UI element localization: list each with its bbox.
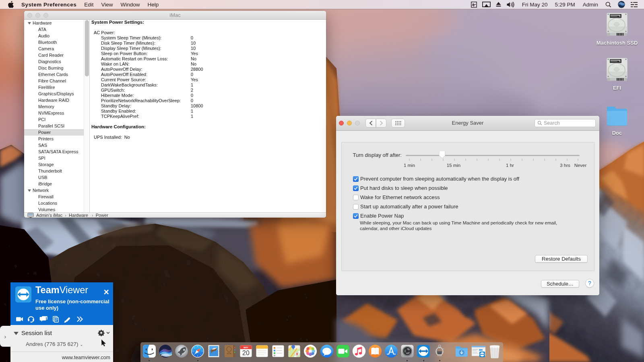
- svg-text:20: 20: [242, 350, 250, 356]
- svg-text:MAY: MAY: [244, 346, 248, 349]
